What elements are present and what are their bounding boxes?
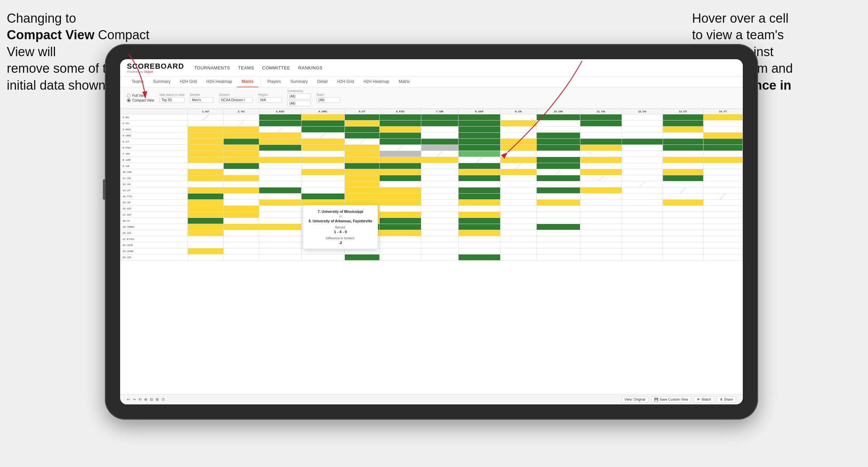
matrix-cell[interactable]	[259, 242, 301, 248]
matrix-cell[interactable]	[458, 242, 500, 248]
subnav-summary-2[interactable]: Summary	[286, 76, 312, 87]
matrix-cell[interactable]	[500, 139, 537, 145]
matrix-cell[interactable]	[259, 181, 301, 187]
matrix-cell[interactable]	[379, 127, 421, 133]
matrix-cell[interactable]	[223, 194, 259, 200]
matrix-cell[interactable]	[458, 169, 500, 175]
matrix-cell[interactable]	[622, 187, 663, 194]
matrix-cell[interactable]	[259, 206, 301, 212]
matrix-cell[interactable]	[500, 145, 537, 151]
matrix-cell[interactable]	[703, 157, 742, 163]
matrix-cell[interactable]	[703, 187, 742, 194]
matrix-cell[interactable]	[500, 157, 537, 163]
matrix-cell[interactable]	[622, 157, 663, 163]
matrix-cell[interactable]	[580, 114, 622, 120]
matrix-cell[interactable]	[421, 163, 458, 169]
refresh-icon[interactable]: ⟲	[138, 397, 141, 402]
matrix-cell[interactable]	[622, 236, 663, 242]
matrix-cell[interactable]	[663, 139, 703, 145]
matrix-cell[interactable]	[223, 212, 259, 218]
matrix-cell[interactable]	[259, 254, 301, 261]
zoom-out-icon[interactable]: ⊟	[150, 397, 153, 402]
timer-icon[interactable]: ⏱	[161, 398, 165, 402]
matrix-cell[interactable]	[500, 114, 537, 120]
matrix-cell[interactable]	[663, 187, 703, 194]
matrix-cell[interactable]	[421, 133, 458, 139]
matrix-cell[interactable]	[663, 236, 703, 242]
matrix-cell[interactable]	[458, 114, 500, 120]
matrix-cell[interactable]	[421, 242, 458, 248]
matrix-container[interactable]: 1. AU 2. VU 3. ASU 4. UNC 5. UT 6. FSU 7…	[120, 109, 743, 261]
matrix-cell[interactable]	[663, 181, 703, 187]
matrix-cell[interactable]	[259, 200, 301, 206]
matrix-cell[interactable]	[580, 133, 622, 139]
matrix-cell[interactable]	[458, 224, 500, 230]
matrix-cell[interactable]	[536, 163, 580, 169]
matrix-cell[interactable]	[703, 151, 742, 157]
matrix-cell[interactable]	[703, 230, 742, 236]
compact-view-radio[interactable]	[127, 98, 131, 102]
matrix-cell[interactable]	[379, 200, 421, 206]
matrix-cell[interactable]	[188, 145, 224, 151]
matrix-cell[interactable]	[458, 133, 500, 139]
matrix-cell[interactable]	[379, 157, 421, 163]
undo-icon[interactable]: ↩	[127, 397, 130, 402]
matrix-cell[interactable]	[703, 236, 742, 242]
matrix-cell[interactable]	[379, 120, 421, 127]
matrix-cell[interactable]	[223, 163, 259, 169]
matrix-cell[interactable]	[421, 248, 458, 254]
matrix-cell[interactable]	[301, 254, 344, 261]
matrix-cell[interactable]	[536, 230, 580, 236]
matrix-cell[interactable]	[500, 230, 537, 236]
matrix-cell[interactable]	[379, 194, 421, 200]
matrix-cell[interactable]	[344, 248, 379, 254]
matrix-cell[interactable]	[622, 114, 663, 120]
matrix-cell[interactable]	[344, 133, 379, 139]
matrix-cell[interactable]	[703, 212, 742, 218]
matrix-cell[interactable]	[622, 248, 663, 254]
matrix-cell[interactable]	[379, 139, 421, 145]
matrix-cell[interactable]	[379, 206, 421, 212]
matrix-cell[interactable]	[223, 236, 259, 242]
matrix-cell[interactable]	[421, 151, 458, 157]
nav-teams[interactable]: TEAMS	[238, 64, 254, 72]
matrix-cell[interactable]	[379, 236, 421, 242]
matrix-cell[interactable]	[536, 206, 580, 212]
matrix-cell[interactable]	[188, 139, 224, 145]
matrix-cell[interactable]	[663, 114, 703, 120]
matrix-cell[interactable]	[536, 218, 580, 224]
matrix-cell[interactable]	[500, 163, 537, 169]
matrix-cell[interactable]	[421, 224, 458, 230]
matrix-cell[interactable]	[703, 194, 742, 200]
matrix-cell[interactable]	[500, 133, 537, 139]
matrix-cell[interactable]	[536, 169, 580, 175]
matrix-cell[interactable]	[580, 163, 622, 169]
matrix-cell[interactable]	[703, 181, 742, 187]
matrix-cell[interactable]	[223, 200, 259, 206]
matrix-cell[interactable]	[188, 133, 224, 139]
matrix-cell[interactable]	[663, 175, 703, 181]
matrix-cell[interactable]	[188, 254, 224, 261]
matrix-cell[interactable]	[379, 133, 421, 139]
matrix-cell[interactable]	[301, 181, 344, 187]
matrix-cell[interactable]	[188, 127, 224, 133]
share-button[interactable]: ⬆ Share	[717, 396, 736, 403]
subnav-h2h-heatmap-2[interactable]: H2H Heatmap	[359, 76, 394, 87]
matrix-cell[interactable]	[536, 200, 580, 206]
matrix-cell[interactable]	[536, 181, 580, 187]
matrix-cell[interactable]	[458, 230, 500, 236]
matrix-cell[interactable]	[259, 224, 301, 230]
matrix-cell[interactable]	[622, 139, 663, 145]
matrix-cell[interactable]	[458, 157, 500, 163]
matrix-cell[interactable]	[379, 254, 421, 261]
matrix-cell[interactable]	[344, 194, 379, 200]
matrix-cell[interactable]	[301, 127, 344, 133]
matrix-cell[interactable]	[580, 254, 622, 261]
matrix-cell[interactable]	[421, 218, 458, 224]
matrix-cell[interactable]	[458, 212, 500, 218]
matrix-cell[interactable]	[458, 181, 500, 187]
matrix-cell[interactable]	[421, 236, 458, 242]
conference-select-2[interactable]: (All)	[287, 101, 311, 106]
matrix-cell[interactable]	[344, 114, 379, 120]
matrix-cell[interactable]	[301, 200, 344, 206]
